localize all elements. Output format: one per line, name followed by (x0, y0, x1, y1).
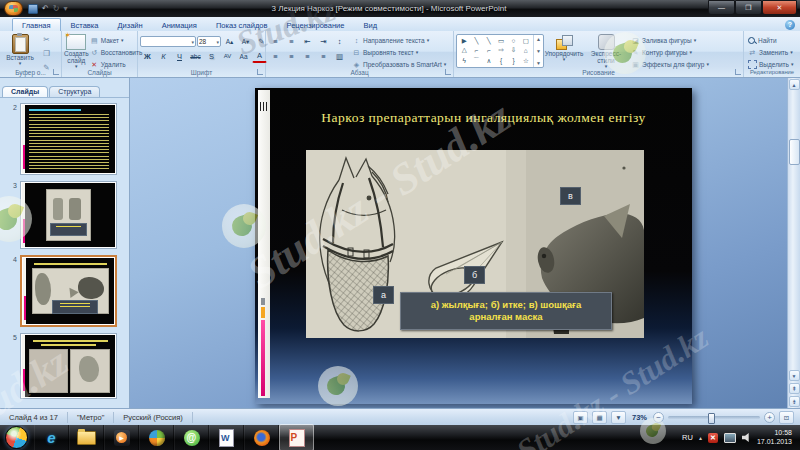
align-right-button[interactable]: ≡ (300, 50, 315, 63)
taskbar-firefox[interactable] (244, 425, 279, 450)
font-color-button[interactable]: А (252, 50, 267, 63)
tab-view[interactable]: Вид (354, 19, 386, 31)
minimize-button[interactable]: — (708, 0, 735, 15)
taskbar-internet-explorer[interactable]: e (34, 425, 69, 450)
figure-label-v[interactable]: в (560, 187, 581, 205)
zoom-level[interactable]: 73% (630, 413, 649, 422)
figure-label-b[interactable]: б (464, 266, 485, 284)
align-center-button[interactable]: ≡ (284, 50, 299, 63)
columns-button[interactable]: ▥ (332, 50, 347, 63)
slide-title[interactable]: Наркоз препараттарын ингаляциялық жолмен… (283, 110, 684, 126)
paste-button[interactable]: Вставить ▾ (2, 33, 38, 66)
taskbar-file-explorer[interactable] (69, 425, 104, 450)
start-button[interactable] (5, 426, 28, 449)
slide-sorter-button[interactable]: ▦ (592, 411, 607, 424)
underline-button[interactable]: Ч (172, 50, 187, 63)
slideshow-button[interactable]: ▼ (611, 411, 626, 424)
shape-arrow-line-icon[interactable]: ╲ (487, 37, 491, 45)
tab-animation[interactable]: Анимация (153, 19, 206, 31)
shape-star-icon[interactable]: ☆ (523, 57, 529, 65)
strikethrough-button[interactable]: abc (188, 50, 203, 63)
shape-select-icon[interactable]: ▶ (462, 37, 467, 45)
shape-rectangle-icon[interactable]: ▭ (498, 37, 504, 45)
align-left-button[interactable]: ≡ (268, 50, 283, 63)
tab-design[interactable]: Дизайн (108, 19, 151, 31)
office-button[interactable] (4, 1, 23, 16)
figure-label-a[interactable]: а (373, 286, 394, 304)
dialog-launcher-icon[interactable] (53, 69, 59, 75)
taskbar-word[interactable]: W (209, 425, 244, 450)
shape-outline-button[interactable]: ✎Контур фигуры▾ (631, 47, 709, 58)
grow-font-button[interactable]: А▴ (222, 35, 237, 48)
shape-oval-icon[interactable]: ○ (512, 37, 516, 44)
maximize-button[interactable]: ❐ (735, 0, 762, 15)
shape-home-icon[interactable]: ⌂ (524, 47, 528, 54)
clock[interactable]: 10:58 17.01.2013 (757, 429, 792, 446)
text-direction-button[interactable]: ↕Направление текста▾ (352, 35, 446, 46)
shape-arrow-down-icon[interactable]: ⇩ (511, 46, 516, 54)
zoom-slider[interactable] (668, 416, 760, 419)
scrollbar-thumb[interactable] (789, 139, 800, 165)
scroll-up-icon[interactable]: ▲ (789, 79, 800, 90)
change-case-button[interactable]: Аа (236, 50, 251, 63)
shape-elbow2-icon[interactable]: ⌐ (487, 47, 491, 54)
figure-caption[interactable]: а) жылқыға; б) итке; в) шошқаға арналған… (400, 292, 612, 330)
shape-caret-icon[interactable]: ∧ (486, 57, 491, 65)
tab-slides[interactable]: Слайды (2, 86, 48, 97)
shape-arrow-right-icon[interactable]: ⇨ (498, 46, 503, 54)
shapes-scroll-up-icon[interactable]: ▲ (536, 36, 541, 42)
slide-thumbnail-3[interactable] (20, 181, 117, 249)
slide-thumbnail-2[interactable] (20, 103, 117, 175)
increase-indent-button[interactable]: ⇥ (316, 35, 331, 48)
zoom-out-button[interactable]: − (653, 412, 664, 423)
shape-triangle-icon[interactable]: △ (462, 46, 467, 54)
zoom-slider-thumb[interactable] (708, 413, 715, 424)
find-button[interactable]: Найти (748, 35, 794, 46)
shape-elbow-icon[interactable]: ⌐ (475, 47, 479, 54)
zoom-in-button[interactable]: + (764, 412, 775, 423)
action-center-icon[interactable]: ✕ (708, 433, 718, 443)
shape-line-icon[interactable]: ╲ (475, 37, 479, 45)
shapes-more-icon[interactable]: ▼ (536, 60, 541, 66)
normal-view-button[interactable]: ▣ (573, 411, 588, 424)
bullets-button[interactable]: ≡ (268, 35, 283, 48)
fit-to-window-button[interactable]: ⊡ (779, 411, 794, 424)
tab-slideshow[interactable]: Показ слайдов (207, 19, 277, 31)
dialog-launcher-icon[interactable] (735, 69, 741, 75)
taskbar-media-player[interactable]: ▶ (104, 425, 139, 450)
dialog-launcher-icon[interactable] (445, 69, 451, 75)
slide-canvas[interactable]: Наркоз препараттарын ингаляциялық жолмен… (255, 88, 692, 404)
qat-dropdown-icon[interactable]: ▾ (63, 4, 67, 13)
help-icon[interactable]: ? (785, 20, 795, 30)
language-switcher[interactable]: RU (682, 433, 693, 442)
shape-rounded-rect-icon[interactable]: ▢ (523, 37, 529, 45)
line-spacing-button[interactable]: ↕ (332, 35, 347, 48)
tray-expand-icon[interactable]: ▴ (699, 434, 702, 441)
tab-outline[interactable]: Структура (49, 86, 100, 97)
font-name-combobox[interactable]: ▾ (140, 36, 196, 47)
shapes-gallery[interactable]: ▶ ╲ ╲ ▭ ○ ▢ △ ⌐ ⌐ ⇨ ⇩ ⌂ ϟ ⌒ ∧ { } (456, 34, 544, 68)
character-spacing-button[interactable]: AV (220, 50, 235, 63)
replace-button[interactable]: ⇄Заменить▾ (748, 47, 794, 58)
shape-brace-right-icon[interactable]: } (512, 57, 514, 64)
copy-button[interactable]: ❐ (39, 47, 54, 60)
vertical-scrollbar[interactable]: ▲ ▼ ⇞ ⇟ (787, 78, 800, 408)
cut-button[interactable]: ✂ (39, 33, 54, 46)
shrink-font-button[interactable]: А▾ (238, 35, 253, 48)
quick-styles-button[interactable]: Экспресс-стили ▾ (584, 33, 628, 69)
decrease-indent-button[interactable]: ⇤ (300, 35, 315, 48)
slide-editor[interactable]: Наркоз препараттарын ингаляциялық жолмен… (130, 78, 800, 408)
text-shadow-button[interactable]: S (204, 50, 219, 63)
dialog-launcher-icon[interactable] (257, 69, 263, 75)
align-text-button[interactable]: ⊟Выровнять текст▾ (352, 47, 446, 58)
slide-thumbnail-4-selected[interactable] (20, 255, 117, 327)
theme-name[interactable]: "Метро" (68, 412, 114, 423)
shape-scribble-icon[interactable]: ϟ (462, 57, 465, 64)
shape-brace-left-icon[interactable]: { (500, 57, 502, 64)
shape-fill-button[interactable]: ◪Заливка фигуры▾ (631, 35, 709, 46)
new-slide-button[interactable]: ✶ Создать слайд ▾ (64, 33, 89, 69)
tab-insert[interactable]: Вставка (62, 19, 108, 31)
taskbar-mail-agent[interactable]: @ (174, 425, 209, 450)
save-icon[interactable] (28, 4, 38, 14)
shape-arc-icon[interactable]: ⌒ (473, 56, 480, 65)
